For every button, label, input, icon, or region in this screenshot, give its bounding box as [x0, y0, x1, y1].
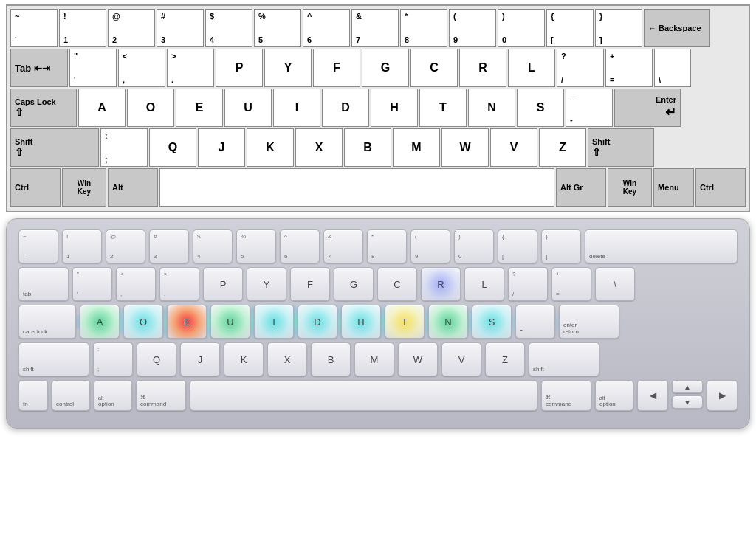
key-1[interactable]: !1 — [59, 9, 106, 47]
key-shift-left[interactable]: Shift ⇧ — [10, 128, 99, 167]
mac-key-delete[interactable]: delete — [585, 229, 738, 263]
mac-key-9[interactable]: (9 — [410, 229, 450, 263]
key-slash[interactable]: ?/ — [557, 49, 604, 87]
mac-key-R[interactable]: R — [421, 267, 461, 301]
key-N[interactable]: N — [468, 89, 515, 127]
key-equals[interactable]: += — [605, 49, 653, 87]
mac-key-fn[interactable]: fn — [18, 380, 48, 411]
key-B[interactable]: B — [344, 128, 391, 167]
key-shift-right[interactable]: Shift ⇧ — [588, 128, 654, 167]
mac-key-F[interactable]: F — [290, 267, 330, 301]
mac-key-H[interactable]: H — [341, 305, 381, 339]
key-I[interactable]: I — [273, 89, 320, 127]
key-tab[interactable]: Tab ⇤⇥ — [10, 49, 68, 87]
key-semicolon[interactable]: :; — [100, 128, 148, 167]
mac-key-3[interactable]: #3 — [149, 229, 189, 263]
key-3[interactable]: #3 — [157, 9, 204, 47]
key-H[interactable]: H — [371, 89, 418, 127]
mac-key-control[interactable]: control — [52, 380, 90, 411]
mac-key-lbracket[interactable]: {[ — [498, 229, 537, 263]
mac-key-capslock[interactable]: caps lock — [18, 305, 76, 339]
key-L[interactable]: L — [508, 49, 555, 87]
mac-key-rbracket[interactable]: }] — [541, 229, 581, 263]
key-G[interactable]: G — [362, 49, 409, 87]
key-ctrl-left[interactable]: Ctrl — [10, 168, 61, 207]
key-space[interactable] — [159, 168, 554, 207]
mac-key-enter[interactable]: enterreturn — [559, 305, 619, 339]
key-6[interactable]: ^6 — [303, 9, 350, 47]
key-O[interactable]: O — [127, 89, 174, 127]
key-menu[interactable]: Menu — [653, 168, 694, 207]
key-lbracket[interactable]: {[ — [546, 9, 594, 47]
key-K[interactable]: K — [247, 128, 294, 167]
mac-key-W[interactable]: W — [398, 342, 438, 376]
key-C[interactable]: C — [410, 49, 458, 87]
mac-key-semicolon[interactable]: :; — [93, 342, 133, 376]
mac-key-I[interactable]: I — [254, 305, 294, 339]
mac-key-Z[interactable]: Z — [485, 342, 525, 376]
mac-key-comma[interactable]: <, — [116, 267, 156, 301]
mac-key-B[interactable]: B — [311, 342, 351, 376]
mac-key-0[interactable]: )0 — [454, 229, 494, 263]
key-backslash[interactable]: \ — [654, 49, 691, 87]
key-dot[interactable]: >. — [167, 49, 214, 87]
mac-key-T[interactable]: T — [385, 305, 425, 339]
mac-key-8[interactable]: *8 — [367, 229, 407, 263]
key-A[interactable]: A — [78, 89, 126, 127]
key-5[interactable]: %5 — [254, 9, 301, 47]
mac-key-Y[interactable]: Y — [247, 267, 286, 301]
mac-key-option-right[interactable]: altoption — [595, 380, 633, 411]
mac-key-G[interactable]: G — [334, 267, 374, 301]
key-F[interactable]: F — [313, 49, 360, 87]
key-Y[interactable]: Y — [264, 49, 312, 87]
key-capslock[interactable]: Caps Lock ⇧ — [10, 89, 77, 127]
mac-key-minus[interactable]: - — [515, 305, 555, 339]
mac-key-X[interactable]: X — [267, 342, 307, 376]
mac-key-shift-left[interactable]: shift — [18, 342, 89, 376]
mac-key-option-left[interactable]: altoption — [94, 380, 132, 411]
mac-key-M[interactable]: M — [354, 342, 394, 376]
mac-key-6[interactable]: ^6 — [280, 229, 320, 263]
mac-key-backslash[interactable]: \ — [595, 267, 635, 301]
mac-key-N[interactable]: N — [428, 305, 468, 339]
key-minus[interactable]: _- — [566, 89, 613, 127]
key-Z[interactable]: Z — [539, 128, 586, 167]
key-altgr[interactable]: Alt Gr — [556, 168, 606, 207]
mac-key-7[interactable]: &7 — [323, 229, 363, 263]
mac-key-equals[interactable]: += — [551, 267, 591, 301]
mac-key-tilde[interactable]: ~` — [18, 229, 58, 263]
mac-key-A[interactable]: A — [80, 305, 120, 339]
key-M[interactable]: M — [393, 128, 440, 167]
key-E[interactable]: E — [176, 89, 223, 127]
key-quote[interactable]: "' — [69, 49, 117, 87]
key-R[interactable]: R — [459, 49, 506, 87]
mac-key-5[interactable]: %5 — [236, 229, 276, 263]
key-S[interactable]: S — [517, 89, 564, 127]
key-tilde[interactable]: ~` — [10, 9, 58, 47]
key-V[interactable]: V — [490, 128, 537, 167]
mac-key-E[interactable]: E — [167, 305, 207, 339]
mac-key-quote[interactable]: "' — [72, 267, 112, 301]
key-0[interactable]: )0 — [498, 9, 545, 47]
mac-key-2[interactable]: @2 — [106, 229, 145, 263]
mac-key-arrow-down[interactable]: ▼ — [672, 395, 703, 409]
key-W[interactable]: W — [441, 128, 489, 167]
mac-key-command-right[interactable]: ⌘command — [541, 380, 591, 411]
key-rbracket[interactable]: }] — [595, 9, 642, 47]
mac-key-Q[interactable]: Q — [137, 342, 176, 376]
mac-key-slash[interactable]: ?/ — [508, 267, 548, 301]
key-D[interactable]: D — [322, 89, 369, 127]
key-win-left[interactable]: WinKey — [62, 168, 106, 207]
mac-key-J[interactable]: J — [180, 342, 220, 376]
mac-key-1[interactable]: !1 — [62, 229, 102, 263]
mac-key-arrow-left[interactable]: ◀ — [637, 380, 668, 411]
key-win-right[interactable]: WinKey — [608, 168, 652, 207]
mac-key-S[interactable]: S — [472, 305, 512, 339]
mac-key-K[interactable]: K — [224, 342, 264, 376]
key-8[interactable]: *8 — [400, 9, 447, 47]
key-Q[interactable]: Q — [149, 128, 196, 167]
key-alt-left[interactable]: Alt — [108, 168, 158, 207]
key-T[interactable]: T — [419, 89, 467, 127]
key-comma[interactable]: <, — [118, 49, 165, 87]
key-backspace[interactable]: ← Backspace — [644, 9, 710, 47]
